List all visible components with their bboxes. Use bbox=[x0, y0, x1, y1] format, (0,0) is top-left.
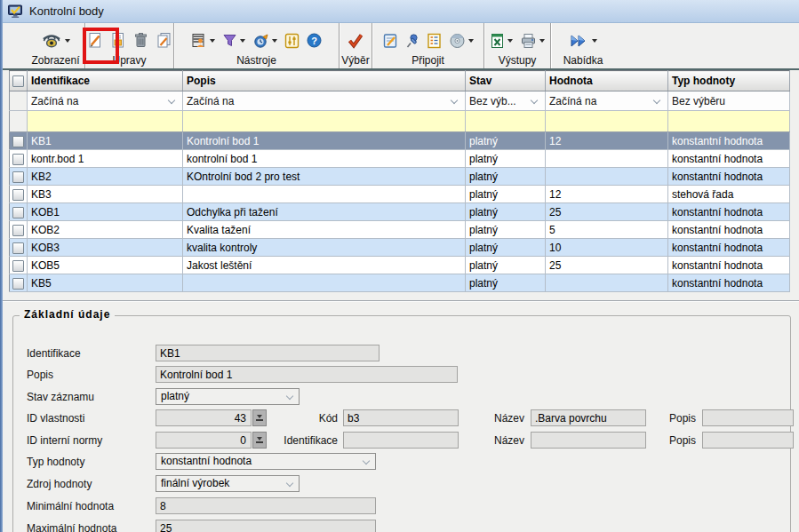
help-button[interactable]: ? bbox=[305, 29, 324, 52]
row-checkbox[interactable] bbox=[12, 242, 24, 254]
table-row[interactable]: KB3platný12stehová řada bbox=[10, 186, 790, 203]
select-button[interactable] bbox=[345, 29, 366, 52]
table-row[interactable]: KOB2Kvalita taženíplatný5konstantní hodn… bbox=[10, 221, 790, 239]
new-record-button[interactable] bbox=[85, 29, 105, 52]
cell-typ[interactable]: konstantní hodnota bbox=[668, 132, 790, 150]
cell-id[interactable]: KB5 bbox=[28, 274, 183, 292]
cell-id[interactable]: kontr.bod 1 bbox=[28, 150, 183, 168]
cell-stav[interactable]: platný bbox=[466, 221, 546, 239]
row-checkbox[interactable] bbox=[12, 189, 24, 201]
cell-id[interactable]: KOB1 bbox=[28, 203, 183, 221]
cell-hodnota[interactable] bbox=[546, 168, 668, 186]
table-row[interactable]: KOB1Odchylka při taženíplatný25konstantn… bbox=[10, 203, 790, 221]
row-checkbox[interactable] bbox=[12, 136, 24, 147]
cell-id[interactable]: KOB3 bbox=[28, 239, 183, 257]
cell-popis[interactable]: Odchylka při tažení bbox=[183, 203, 466, 221]
filter-input-typ-hodnoty[interactable] bbox=[668, 111, 790, 132]
identifikace-field[interactable] bbox=[156, 345, 380, 361]
minimalni-hodnota-field[interactable] bbox=[156, 497, 376, 514]
zdroj-hodnoty-combo[interactable]: finální výrobek bbox=[156, 475, 300, 492]
delete-record-button[interactable] bbox=[132, 29, 150, 52]
cell-typ[interactable]: konstantní hodnota bbox=[668, 257, 790, 274]
filter-input-popis[interactable] bbox=[183, 111, 466, 132]
table-row[interactable]: KB2KOntrolní bod 2 pro testplatnýkonstan… bbox=[10, 168, 790, 186]
cell-typ[interactable]: konstantní hodnota bbox=[668, 274, 790, 292]
cell-hodnota[interactable]: 12 bbox=[546, 132, 668, 150]
id-vlastnosti-field[interactable] bbox=[156, 409, 252, 426]
filter-operator-popis[interactable]: Začíná na bbox=[183, 91, 466, 111]
select-all-checkbox[interactable] bbox=[12, 75, 24, 87]
column-header-identifikace[interactable]: Identifikace bbox=[28, 71, 183, 91]
column-header-hodnota[interactable]: Hodnota bbox=[546, 71, 668, 91]
copy-record-button[interactable] bbox=[154, 29, 174, 52]
cell-id[interactable]: KB1 bbox=[28, 132, 183, 150]
popis-vlastnosti-field[interactable] bbox=[702, 409, 794, 426]
cell-popis[interactable]: kvalita kontroly bbox=[183, 239, 466, 257]
cell-id[interactable]: KB2 bbox=[28, 168, 183, 186]
cell-popis[interactable]: Jakost leštění bbox=[183, 257, 466, 274]
cell-popis[interactable] bbox=[183, 186, 466, 203]
cell-stav[interactable]: platný bbox=[466, 203, 546, 221]
cell-id[interactable]: KOB5 bbox=[28, 257, 183, 274]
column-header-popis[interactable]: Popis bbox=[183, 71, 466, 91]
cell-typ[interactable]: konstantní hodnota bbox=[668, 239, 790, 257]
cell-typ[interactable]: stehová řada bbox=[668, 186, 790, 203]
cell-stav[interactable]: platný bbox=[466, 132, 546, 150]
id-interni-normy-field[interactable] bbox=[156, 432, 252, 449]
filter-operator-stav[interactable]: Bez výb... bbox=[466, 91, 546, 111]
attach-media-button[interactable] bbox=[447, 29, 475, 52]
table-row[interactable]: KOB5Jakost leštěníplatný25konstantní hod… bbox=[10, 257, 790, 274]
cell-hodnota[interactable]: 25 bbox=[546, 203, 668, 221]
cell-stav[interactable]: platný bbox=[466, 239, 546, 257]
stav-zaznamu-combo[interactable]: platný bbox=[156, 388, 300, 405]
row-checkbox[interactable] bbox=[12, 171, 24, 183]
popis-field[interactable] bbox=[156, 366, 458, 383]
popis-normy-field[interactable] bbox=[702, 432, 794, 449]
filter-operator-typ-hodnoty[interactable]: Bez výběru bbox=[668, 91, 790, 111]
column-header-typ-hodnoty[interactable]: Typ hodnoty bbox=[668, 71, 790, 91]
cell-stav[interactable]: platný bbox=[466, 150, 546, 168]
table-row[interactable]: KB1Kontrolní bod 1platný12konstantní hod… bbox=[10, 132, 790, 150]
cell-popis[interactable] bbox=[183, 274, 466, 292]
cell-popis[interactable]: kontrolní bod 1 bbox=[183, 150, 466, 168]
cell-typ[interactable]: konstantní hodnota bbox=[668, 203, 790, 221]
table-row[interactable]: KB5platnýkonstantní hodnota bbox=[10, 274, 790, 292]
attach-pin-button[interactable] bbox=[403, 29, 421, 52]
filter-button[interactable] bbox=[220, 29, 247, 52]
menu-button[interactable] bbox=[568, 29, 599, 52]
cell-typ[interactable]: konstantní hodnota bbox=[668, 168, 790, 186]
cell-stav[interactable]: platný bbox=[466, 168, 546, 186]
batch-edit-button[interactable] bbox=[189, 29, 217, 52]
kod-field[interactable] bbox=[343, 409, 459, 426]
view-button[interactable] bbox=[39, 29, 72, 52]
column-header-stav[interactable]: Stav bbox=[466, 71, 546, 91]
cell-typ[interactable]: konstantní hodnota bbox=[668, 150, 790, 168]
attach-tasks-button[interactable] bbox=[425, 29, 443, 52]
cell-stav[interactable]: platný bbox=[466, 257, 546, 274]
cell-hodnota[interactable] bbox=[546, 274, 668, 292]
filter-input-hodnota[interactable] bbox=[546, 111, 668, 132]
cell-id[interactable]: KB3 bbox=[28, 186, 183, 203]
cell-hodnota[interactable]: 12 bbox=[546, 186, 668, 203]
cell-popis[interactable]: Kvalita tažení bbox=[183, 221, 466, 239]
attach-note-button[interactable] bbox=[380, 29, 400, 52]
filter-input-identifikace[interactable] bbox=[28, 111, 183, 132]
cell-hodnota[interactable] bbox=[546, 150, 668, 168]
row-checkbox[interactable] bbox=[12, 225, 24, 236]
identifikace-normy-field[interactable] bbox=[343, 432, 459, 449]
cell-hodnota[interactable]: 10 bbox=[546, 239, 668, 257]
settings-button[interactable] bbox=[283, 29, 301, 52]
print-button[interactable] bbox=[518, 29, 547, 52]
filter-input-stav[interactable] bbox=[466, 111, 546, 132]
refresh-button[interactable] bbox=[251, 29, 279, 52]
cell-popis[interactable]: KOntrolní bod 2 pro test bbox=[183, 168, 466, 186]
cell-id[interactable]: KOB2 bbox=[28, 221, 183, 239]
maximalni-hodnota-field[interactable] bbox=[156, 520, 376, 532]
cell-stav[interactable]: platný bbox=[466, 186, 546, 203]
cell-hodnota[interactable]: 5 bbox=[546, 221, 668, 239]
row-checkbox[interactable] bbox=[12, 207, 24, 218]
cell-hodnota[interactable]: 25 bbox=[546, 257, 668, 274]
cell-popis[interactable]: Kontrolní bod 1 bbox=[183, 132, 466, 150]
row-checkbox[interactable] bbox=[12, 278, 24, 290]
filter-operator-hodnota[interactable]: Začíná na bbox=[546, 91, 668, 111]
